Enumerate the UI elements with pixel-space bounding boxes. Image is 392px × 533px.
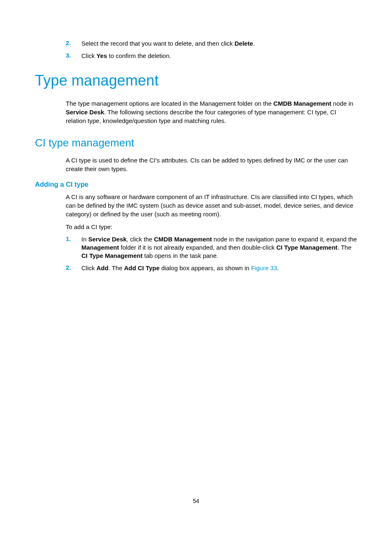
list-item: 2. Click Add. The Add CI Type dialog box…	[66, 264, 357, 272]
bold-text: CMDB Management	[273, 100, 331, 107]
list-text: Click Add. The Add CI Type dialog box ap…	[81, 264, 279, 272]
heading-adding-ci-type: Adding a CI type	[35, 181, 357, 188]
list-text: In Service Desk, click the CMDB Manageme…	[81, 235, 357, 260]
paragraph: A CI is any software or hardware compone…	[66, 192, 357, 218]
bold-text: Management	[81, 244, 119, 251]
text-run: . The	[337, 244, 351, 251]
figure-link[interactable]: Figure 33	[251, 264, 277, 271]
list-text: Select the record that you want to delet…	[81, 39, 255, 48]
list-number: 2.	[66, 39, 81, 48]
text-run: node in the navigation pane to expand it…	[212, 236, 357, 243]
heading-ci-type-management: CI type management	[35, 137, 357, 149]
bold-text: Delete	[235, 40, 253, 47]
paragraph: The type management options are located …	[66, 99, 357, 125]
text-run: folder if it is not already expanded, an…	[119, 244, 277, 251]
list-text: Click Yes to confirm the deletion.	[81, 52, 171, 60]
text-run: node in	[331, 100, 353, 107]
bold-text: Add CI Type	[124, 264, 159, 271]
text-run: Select the record that you want to delet…	[81, 40, 235, 47]
text-run: . The	[108, 264, 124, 271]
bold-text: Service Desk	[88, 236, 127, 243]
list-item: 2. Select the record that you want to de…	[66, 39, 357, 48]
page-number: 54	[0, 498, 392, 504]
bold-text: Yes	[97, 52, 107, 59]
text-run: Click	[81, 264, 97, 271]
list-number: 3.	[66, 52, 81, 60]
text-run: Click	[81, 52, 97, 59]
list-number: 2.	[66, 264, 81, 272]
text-run: to confirm the deletion.	[107, 52, 171, 59]
text-run: , click the	[127, 236, 154, 243]
ordered-list-top: 2. Select the record that you want to de…	[66, 39, 357, 60]
list-number: 1.	[66, 235, 81, 260]
text-run: The type management options are located …	[66, 100, 273, 107]
bold-text: CI Type Management	[81, 252, 143, 259]
list-item: 1. In Service Desk, click the CMDB Manag…	[66, 235, 357, 260]
bold-text: CMDB Management	[154, 236, 212, 243]
paragraph: A CI type is used to define the CI's att…	[66, 156, 357, 173]
text-run: . The following sections describe the fo…	[66, 109, 336, 124]
list-item: 3. Click Yes to confirm the deletion.	[66, 52, 357, 60]
bold-text: CI Type Management	[276, 244, 337, 251]
paragraph: To add a CI type:	[66, 222, 357, 231]
text-run: In	[81, 236, 88, 243]
text-run: dialog box appears, as shown in	[159, 264, 251, 271]
text-run: tab opens in the task pane.	[143, 252, 218, 259]
text-run: .	[277, 264, 279, 271]
bold-text: Service Desk	[66, 109, 104, 116]
bold-text: Add	[97, 264, 108, 271]
text-run: .	[253, 40, 255, 47]
ordered-list-steps: 1. In Service Desk, click the CMDB Manag…	[66, 235, 357, 273]
heading-type-management: Type management	[35, 72, 357, 89]
